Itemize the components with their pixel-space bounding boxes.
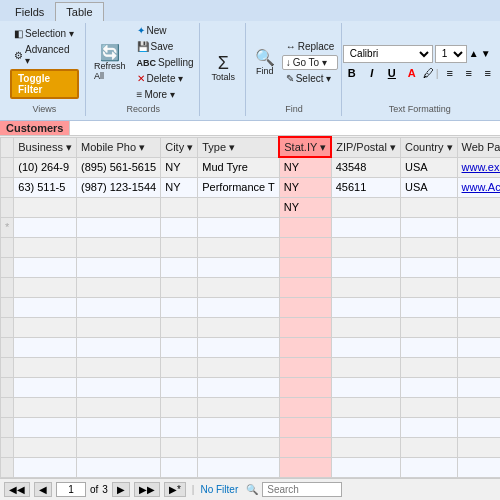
cell-new-webpage[interactable] — [457, 217, 500, 237]
row-selector[interactable] — [1, 197, 14, 217]
increase-font-icon[interactable]: ▲ — [469, 48, 479, 59]
cell-new-city[interactable] — [161, 217, 198, 237]
cell-type[interactable] — [198, 197, 280, 217]
cell-zip[interactable]: 43548 — [331, 157, 400, 177]
col-webpage-header[interactable]: Web Page ▾ — [457, 137, 500, 157]
ribbon: Fields Table ◧ Selection ▾ ⚙ Advanced ▾ … — [0, 0, 500, 121]
views-group-content: ◧ Selection ▾ ⚙ Advanced ▾ Toggle Filter — [10, 23, 79, 102]
cell-type[interactable]: Performance T — [198, 177, 280, 197]
find-button[interactable]: 🔍 Find — [250, 47, 280, 79]
col-country-header[interactable]: Country ▾ — [400, 137, 457, 157]
record-number-input[interactable] — [56, 482, 86, 497]
new-button[interactable]: ✦ New — [133, 23, 198, 38]
col-business-header[interactable]: Business ▾ — [14, 137, 77, 157]
save-button[interactable]: 💾 Save — [133, 39, 198, 54]
group-views: ◧ Selection ▾ ⚙ Advanced ▾ Toggle Filter… — [4, 23, 86, 116]
customers-tab[interactable]: Customers — [0, 121, 70, 135]
cell-business[interactable]: 63) 511-5 — [14, 177, 77, 197]
cell-mobile[interactable] — [76, 197, 160, 217]
group-text-formatting: Calibri 11 ▲ ▼ B I U A 🖊 | — [344, 23, 497, 116]
cell-webpage[interactable]: www.exceltyres... — [457, 157, 500, 177]
italic-button[interactable]: I — [363, 65, 381, 81]
font-family-select[interactable]: Calibri — [343, 45, 433, 63]
bold-button[interactable]: B — [343, 65, 361, 81]
search-icon: 🔍 — [246, 484, 258, 495]
advanced-button[interactable]: ⚙ Advanced ▾ — [10, 42, 79, 68]
cell-state[interactable]: NY — [279, 157, 331, 177]
select-button[interactable]: ✎ Select ▾ — [282, 71, 339, 86]
highlight-button[interactable]: 🖊 — [423, 67, 434, 79]
align-left-button[interactable]: ≡ — [441, 65, 459, 81]
row-selector[interactable] — [1, 177, 14, 197]
tab-table[interactable]: Table — [55, 2, 103, 21]
nav-new-button[interactable]: ▶* — [164, 482, 186, 497]
table-tab-bar: Customers — [0, 121, 500, 136]
col-mobile-header[interactable]: Mobile Pho ▾ — [76, 137, 160, 157]
underline-button[interactable]: U — [383, 65, 401, 81]
cell-webpage[interactable]: www.ActiveTyre... — [457, 177, 500, 197]
cell-state[interactable]: NY — [279, 197, 331, 217]
spelling-button[interactable]: ABC Spelling — [133, 55, 198, 70]
decrease-font-icon[interactable]: ▼ — [481, 48, 491, 59]
nav-last-button[interactable]: ▶▶ — [134, 482, 160, 497]
cell-state[interactable]: NY — [279, 177, 331, 197]
delete-button[interactable]: ✕ Delete ▾ — [133, 71, 198, 86]
advanced-icon: ⚙ — [14, 50, 23, 61]
no-filter-label[interactable]: No Filter — [200, 484, 238, 495]
cell-business[interactable] — [14, 197, 77, 217]
cell-new-business[interactable] — [14, 217, 77, 237]
cell-new-type[interactable] — [198, 217, 280, 237]
totals-button[interactable]: Σ Totals — [206, 51, 240, 85]
cell-country[interactable] — [400, 197, 457, 217]
refresh-icon: 🔄 — [100, 45, 120, 61]
font-color-button[interactable]: A — [403, 65, 421, 81]
empty-row — [1, 397, 501, 417]
group-find: 🔍 Find ↔ Replace ↓ Go To ▾ ✎ Select ▾ — [248, 23, 342, 116]
tab-fields[interactable]: Fields — [4, 2, 55, 21]
cell-mobile[interactable]: (987) 123-1544 — [76, 177, 160, 197]
new-row-indicator: * — [1, 217, 14, 237]
record-of-label: of — [90, 484, 98, 495]
toggle-filter-button[interactable]: Toggle Filter — [10, 69, 79, 99]
cell-city[interactable]: NY — [161, 177, 198, 197]
align-right-button[interactable]: ≡ — [479, 65, 497, 81]
refresh-all-button[interactable]: 🔄 RefreshAll — [89, 42, 131, 84]
search-input[interactable] — [262, 482, 342, 497]
replace-button[interactable]: ↔ Replace — [282, 39, 339, 54]
selection-button[interactable]: ◧ Selection ▾ — [10, 26, 79, 41]
cell-new-country[interactable] — [400, 217, 457, 237]
empty-row — [1, 317, 501, 337]
cell-zip[interactable] — [331, 197, 400, 217]
cell-business[interactable]: (10) 264-9 — [14, 157, 77, 177]
col-type-header[interactable]: Type ▾ — [198, 137, 280, 157]
goto-button[interactable]: ↓ Go To ▾ — [282, 55, 339, 70]
row-selector[interactable] — [1, 157, 14, 177]
datasheet: Business ▾ Mobile Pho ▾ City ▾ Type ▾ St… — [0, 136, 500, 500]
cell-new-mobile[interactable] — [76, 217, 160, 237]
cell-country[interactable]: USA — [400, 177, 457, 197]
table-row: 63) 511-5 (987) 123-1544 NY Performance … — [1, 177, 501, 197]
align-center-button[interactable]: ≡ — [460, 65, 478, 81]
col-city-header[interactable]: City ▾ — [161, 137, 198, 157]
font-size-select[interactable]: 11 — [435, 45, 467, 63]
cell-new-state[interactable] — [279, 217, 331, 237]
nav-next-button[interactable]: ▶ — [112, 482, 130, 497]
cell-type[interactable]: Mud Tyre — [198, 157, 280, 177]
more-button[interactable]: ≡ More ▾ — [133, 87, 198, 102]
cell-webpage[interactable] — [457, 197, 500, 217]
cell-country[interactable]: USA — [400, 157, 457, 177]
cell-city[interactable]: NY — [161, 157, 198, 177]
datasheet-container: Business ▾ Mobile Pho ▾ City ▾ Type ▾ St… — [0, 136, 500, 500]
cell-new-zip[interactable] — [331, 217, 400, 237]
nav-first-button[interactable]: ◀◀ — [4, 482, 30, 497]
empty-row — [1, 277, 501, 297]
cell-zip[interactable]: 45611 — [331, 177, 400, 197]
col-zip-header[interactable]: ZIP/Postal ▾ — [331, 137, 400, 157]
col-state-header[interactable]: Stat.IY ▾ — [279, 137, 331, 157]
nav-prev-button[interactable]: ◀ — [34, 482, 52, 497]
new-icon: ✦ — [137, 25, 145, 36]
empty-row — [1, 417, 501, 437]
cell-city[interactable] — [161, 197, 198, 217]
cell-mobile[interactable]: (895) 561-5615 — [76, 157, 160, 177]
font-area: Calibri 11 ▲ ▼ B I U A 🖊 | — [343, 45, 497, 81]
